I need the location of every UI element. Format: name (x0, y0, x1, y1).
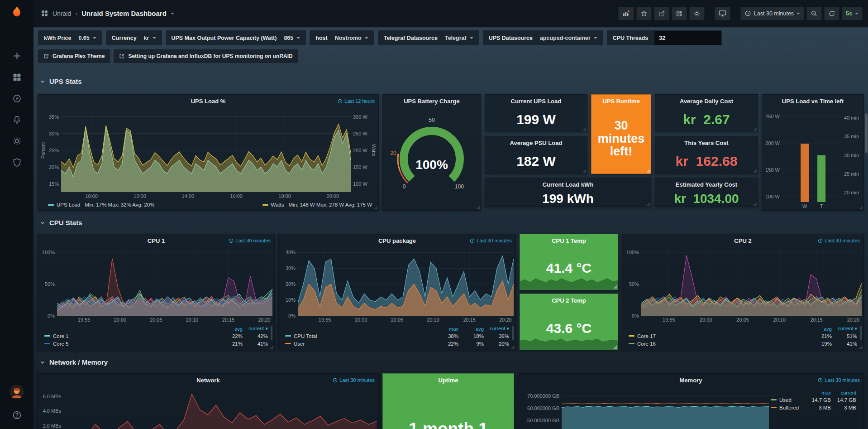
save-dashboard-button[interactable] (672, 7, 687, 20)
dashboard-settings-button[interactable] (689, 7, 705, 20)
variable-kwh-price[interactable]: kWh Price 0.65 (38, 30, 102, 45)
variable-value[interactable]: 0.65 (78, 35, 96, 41)
legend-series-name[interactable]: Core 16 (629, 341, 806, 347)
section-network-memory[interactable]: Network / Memory (40, 358, 108, 366)
panel-title[interactable]: UPS Load % (191, 98, 226, 105)
panel-title[interactable]: Average PSU Load (510, 140, 563, 146)
variable-value[interactable]: 865 (284, 35, 300, 41)
legend-series-name[interactable]: Buffered (771, 405, 806, 410)
legend-item[interactable]: Core 122%42% (44, 332, 268, 340)
variable-telegraf-datasource[interactable]: Telegraf Datasource Telegraf (378, 30, 479, 45)
avatar[interactable] (10, 385, 24, 399)
help-icon[interactable] (12, 410, 22, 420)
breadcrumb-title[interactable]: Unraid System Dashboard (81, 10, 167, 17)
panel-title[interactable]: This Years Cost (684, 140, 728, 146)
variable-value[interactable]: Nostromo (335, 35, 368, 41)
legend-item[interactable]: User22%9%20% (285, 340, 509, 347)
explore-icon[interactable] (12, 93, 22, 103)
panel-title[interactable]: Uptime (438, 377, 458, 384)
panel-title[interactable]: UPS Battery Charge (404, 98, 460, 105)
legend-item[interactable]: Core 521%41% (44, 340, 268, 347)
variable-value[interactable]: kr (144, 35, 156, 41)
server-admin-icon[interactable] (12, 157, 22, 167)
legend-scrollbar[interactable] (271, 326, 272, 340)
link-ups-monitoring-guide[interactable]: Setting up Grafana and InfluxDB for UPS … (114, 49, 298, 63)
chart-plot[interactable] (61, 108, 351, 192)
section-ups-stats[interactable]: UPS Stats (40, 77, 82, 85)
panel-title[interactable]: Memory (680, 377, 702, 384)
legend-series-name[interactable]: Used (771, 397, 806, 403)
refresh-button[interactable] (824, 7, 839, 20)
panel-title[interactable]: UPS Load vs Time left (782, 98, 844, 105)
chart-plot[interactable] (782, 108, 842, 202)
legend-series-name[interactable]: Core 1 (44, 333, 217, 339)
chart-plot[interactable] (57, 248, 272, 316)
panel-timerange-link[interactable]: Last 30 minutes (470, 238, 512, 243)
panel-title[interactable]: CPU 2 Temp (552, 297, 586, 304)
panel-title[interactable]: CPU 1 Temp (552, 237, 586, 244)
legend-series-name[interactable]: User (285, 341, 433, 347)
panel-title[interactable]: Current Load kWh (543, 181, 594, 188)
panel-title[interactable]: CPU 2 (734, 237, 751, 244)
panel-title[interactable]: Network (196, 377, 219, 384)
link-grafana-plex-theme[interactable]: Grafana Plex Theme (38, 49, 110, 63)
legend-column-header[interactable]: max (433, 326, 458, 332)
refresh-interval-dropdown[interactable]: 5s (842, 7, 863, 20)
legend-item[interactable]: WattsMin: 148 W Max: 278 W Avg: 175 W (262, 202, 372, 207)
legend-scrollbar[interactable] (512, 326, 514, 340)
share-dashboard-button[interactable] (654, 7, 669, 20)
dashboard-grid-icon[interactable] (41, 10, 48, 17)
panel-title[interactable]: Current UPS Load (511, 98, 562, 105)
legend-item[interactable]: CPU Total38%18%36% (285, 332, 509, 340)
variable-ups-datasource[interactable]: UPS Datasource apcupsd-container (483, 30, 603, 45)
chart-plot[interactable] (641, 248, 862, 316)
legend-series-name[interactable]: CPU Total (285, 333, 433, 339)
variable-ups-max-output[interactable]: UPS Max Output Power Capacity (Watt) 865 (166, 30, 306, 45)
dashboards-icon[interactable] (12, 72, 22, 82)
variable-currency[interactable]: Currency kr (106, 30, 162, 45)
panel-title[interactable]: Average Daily Cost (680, 98, 733, 105)
panel-timerange-link[interactable]: Last 30 minutes (818, 377, 860, 383)
legend-item[interactable]: Used14.7 GB14.7 GB (771, 396, 856, 404)
panel-title[interactable]: CPU package (378, 237, 416, 244)
scrollbar-thumb[interactable] (865, 113, 868, 153)
grafana-logo-icon[interactable] (9, 5, 25, 21)
zoom-out-time-button[interactable] (806, 7, 822, 20)
chart-plot[interactable] (63, 387, 377, 429)
chart-plot[interactable] (298, 248, 514, 316)
legend-item[interactable]: Core 1619%41% (629, 340, 857, 347)
add-panel-button[interactable] (618, 7, 634, 20)
create-icon[interactable] (12, 51, 22, 61)
panel-title[interactable]: CPU 1 (148, 237, 165, 244)
panel-timerange-link[interactable]: Last 30 minutes (333, 377, 375, 383)
legend-series-name[interactable]: UPS Load (57, 202, 80, 207)
legend-column-header[interactable]: current (831, 390, 856, 395)
variable-host[interactable]: host Nostromo (310, 30, 374, 45)
legend-column-header[interactable]: current ▾ (832, 326, 857, 332)
chevron-down-icon[interactable] (171, 13, 174, 14)
legend-series-name[interactable]: Watts (271, 202, 284, 207)
legend-item[interactable]: Core 1721%51% (629, 332, 857, 340)
alerting-icon[interactable] (12, 115, 22, 125)
legend-column-header[interactable]: current ▾ (484, 326, 509, 332)
legend-column-header[interactable]: avg (217, 326, 243, 332)
section-cpu-stats[interactable]: CPU Stats (40, 219, 82, 227)
legend-series-name[interactable]: Core 5 (44, 341, 217, 347)
panel-timerange-link[interactable]: Last 30 minutes (818, 238, 860, 243)
cpu-threads-input[interactable] (654, 30, 722, 45)
panel-timerange-link[interactable]: Last 30 minutes (229, 238, 271, 243)
legend-scrollbar[interactable] (860, 326, 862, 340)
panel-title[interactable]: Estimated Yearly Cost (676, 181, 737, 188)
legend-item[interactable]: UPS LoadMin: 17% Max: 32% Avg: 20% (48, 202, 154, 207)
legend-column-header[interactable]: avg (806, 326, 832, 332)
panel-timerange-link[interactable]: Last 12 hours (338, 98, 375, 104)
variable-value[interactable]: apcupsd-container (540, 35, 597, 41)
legend-column-header[interactable]: avg (458, 326, 484, 332)
breadcrumb-folder[interactable]: Unraid (52, 10, 71, 17)
tv-mode-button[interactable] (715, 7, 730, 20)
chart-plot[interactable] (562, 387, 769, 429)
legend-series-name[interactable]: Core 17 (629, 333, 806, 339)
legend-column-header[interactable]: max (806, 390, 831, 395)
panel-title[interactable]: UPS Runtime (602, 98, 639, 105)
star-dashboard-button[interactable] (636, 7, 652, 20)
